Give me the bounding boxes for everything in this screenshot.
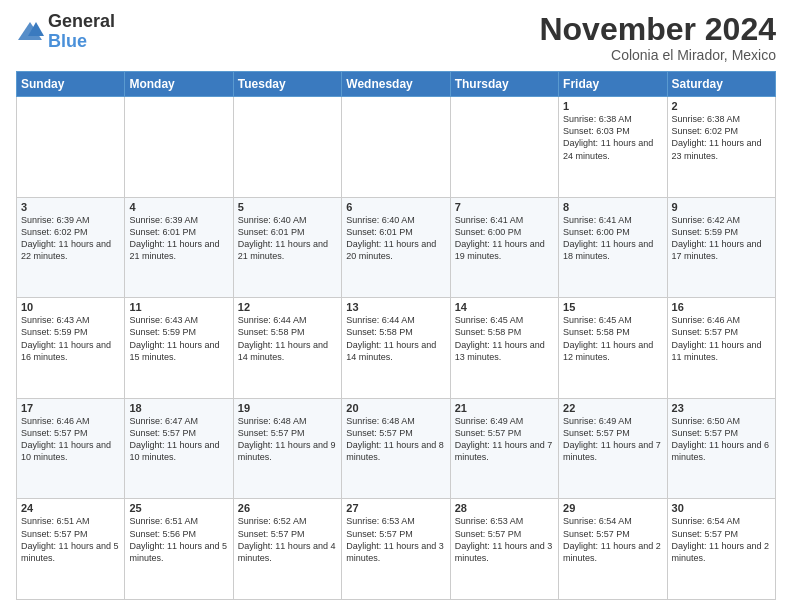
day-number: 26 (238, 502, 337, 514)
day-info: Sunrise: 6:51 AM Sunset: 5:57 PM Dayligh… (21, 515, 120, 564)
day-info: Sunrise: 6:49 AM Sunset: 5:57 PM Dayligh… (563, 415, 662, 464)
calendar-cell-w1-d3 (342, 97, 450, 198)
day-info: Sunrise: 6:46 AM Sunset: 5:57 PM Dayligh… (21, 415, 120, 464)
day-number: 20 (346, 402, 445, 414)
day-info: Sunrise: 6:44 AM Sunset: 5:58 PM Dayligh… (346, 314, 445, 363)
day-info: Sunrise: 6:39 AM Sunset: 6:01 PM Dayligh… (129, 214, 228, 263)
page: General Blue November 2024 Colonia el Mi… (0, 0, 792, 612)
day-info: Sunrise: 6:42 AM Sunset: 5:59 PM Dayligh… (672, 214, 771, 263)
day-number: 10 (21, 301, 120, 313)
calendar-cell-w3-d0: 10Sunrise: 6:43 AM Sunset: 5:59 PM Dayli… (17, 298, 125, 399)
day-info: Sunrise: 6:52 AM Sunset: 5:57 PM Dayligh… (238, 515, 337, 564)
day-number: 21 (455, 402, 554, 414)
day-info: Sunrise: 6:41 AM Sunset: 6:00 PM Dayligh… (455, 214, 554, 263)
day-number: 12 (238, 301, 337, 313)
col-friday: Friday (559, 72, 667, 97)
logo-general-text: General (48, 11, 115, 31)
calendar-week-2: 3Sunrise: 6:39 AM Sunset: 6:02 PM Daylig… (17, 197, 776, 298)
calendar-cell-w4-d2: 19Sunrise: 6:48 AM Sunset: 5:57 PM Dayli… (233, 398, 341, 499)
calendar-cell-w2-d1: 4Sunrise: 6:39 AM Sunset: 6:01 PM Daylig… (125, 197, 233, 298)
calendar-cell-w1-d2 (233, 97, 341, 198)
col-saturday: Saturday (667, 72, 775, 97)
day-number: 30 (672, 502, 771, 514)
calendar-cell-w5-d4: 28Sunrise: 6:53 AM Sunset: 5:57 PM Dayli… (450, 499, 558, 600)
day-info: Sunrise: 6:53 AM Sunset: 5:57 PM Dayligh… (346, 515, 445, 564)
calendar-cell-w4-d3: 20Sunrise: 6:48 AM Sunset: 5:57 PM Dayli… (342, 398, 450, 499)
day-number: 17 (21, 402, 120, 414)
col-monday: Monday (125, 72, 233, 97)
calendar-cell-w3-d1: 11Sunrise: 6:43 AM Sunset: 5:59 PM Dayli… (125, 298, 233, 399)
col-thursday: Thursday (450, 72, 558, 97)
day-info: Sunrise: 6:46 AM Sunset: 5:57 PM Dayligh… (672, 314, 771, 363)
day-number: 6 (346, 201, 445, 213)
day-number: 5 (238, 201, 337, 213)
calendar-header-row: Sunday Monday Tuesday Wednesday Thursday… (17, 72, 776, 97)
day-info: Sunrise: 6:43 AM Sunset: 5:59 PM Dayligh… (129, 314, 228, 363)
calendar-cell-w4-d0: 17Sunrise: 6:46 AM Sunset: 5:57 PM Dayli… (17, 398, 125, 499)
day-number: 4 (129, 201, 228, 213)
day-number: 18 (129, 402, 228, 414)
day-info: Sunrise: 6:44 AM Sunset: 5:58 PM Dayligh… (238, 314, 337, 363)
calendar-cell-w2-d6: 9Sunrise: 6:42 AM Sunset: 5:59 PM Daylig… (667, 197, 775, 298)
calendar-cell-w3-d6: 16Sunrise: 6:46 AM Sunset: 5:57 PM Dayli… (667, 298, 775, 399)
calendar-week-1: 1Sunrise: 6:38 AM Sunset: 6:03 PM Daylig… (17, 97, 776, 198)
day-info: Sunrise: 6:45 AM Sunset: 5:58 PM Dayligh… (455, 314, 554, 363)
calendar-cell-w5-d5: 29Sunrise: 6:54 AM Sunset: 5:57 PM Dayli… (559, 499, 667, 600)
calendar-cell-w4-d5: 22Sunrise: 6:49 AM Sunset: 5:57 PM Dayli… (559, 398, 667, 499)
logo-icon (16, 18, 44, 46)
day-number: 29 (563, 502, 662, 514)
day-number: 7 (455, 201, 554, 213)
day-info: Sunrise: 6:39 AM Sunset: 6:02 PM Dayligh… (21, 214, 120, 263)
calendar-cell-w2-d3: 6Sunrise: 6:40 AM Sunset: 6:01 PM Daylig… (342, 197, 450, 298)
logo-blue-text: Blue (48, 31, 87, 51)
day-number: 28 (455, 502, 554, 514)
col-tuesday: Tuesday (233, 72, 341, 97)
day-info: Sunrise: 6:54 AM Sunset: 5:57 PM Dayligh… (563, 515, 662, 564)
day-info: Sunrise: 6:48 AM Sunset: 5:57 PM Dayligh… (346, 415, 445, 464)
calendar-week-4: 17Sunrise: 6:46 AM Sunset: 5:57 PM Dayli… (17, 398, 776, 499)
day-number: 9 (672, 201, 771, 213)
calendar-cell-w5-d2: 26Sunrise: 6:52 AM Sunset: 5:57 PM Dayli… (233, 499, 341, 600)
day-info: Sunrise: 6:49 AM Sunset: 5:57 PM Dayligh… (455, 415, 554, 464)
day-number: 16 (672, 301, 771, 313)
day-info: Sunrise: 6:40 AM Sunset: 6:01 PM Dayligh… (238, 214, 337, 263)
calendar-cell-w3-d2: 12Sunrise: 6:44 AM Sunset: 5:58 PM Dayli… (233, 298, 341, 399)
calendar-cell-w5-d1: 25Sunrise: 6:51 AM Sunset: 5:56 PM Dayli… (125, 499, 233, 600)
month-title: November 2024 (539, 12, 776, 47)
day-number: 25 (129, 502, 228, 514)
calendar-cell-w2-d5: 8Sunrise: 6:41 AM Sunset: 6:00 PM Daylig… (559, 197, 667, 298)
day-info: Sunrise: 6:53 AM Sunset: 5:57 PM Dayligh… (455, 515, 554, 564)
day-number: 23 (672, 402, 771, 414)
calendar-cell-w3-d4: 14Sunrise: 6:45 AM Sunset: 5:58 PM Dayli… (450, 298, 558, 399)
calendar-cell-w5-d3: 27Sunrise: 6:53 AM Sunset: 5:57 PM Dayli… (342, 499, 450, 600)
logo: General Blue (16, 12, 115, 52)
day-number: 19 (238, 402, 337, 414)
location: Colonia el Mirador, Mexico (539, 47, 776, 63)
calendar-week-5: 24Sunrise: 6:51 AM Sunset: 5:57 PM Dayli… (17, 499, 776, 600)
calendar-cell-w1-d4 (450, 97, 558, 198)
day-info: Sunrise: 6:43 AM Sunset: 5:59 PM Dayligh… (21, 314, 120, 363)
calendar-week-3: 10Sunrise: 6:43 AM Sunset: 5:59 PM Dayli… (17, 298, 776, 399)
calendar-cell-w4-d6: 23Sunrise: 6:50 AM Sunset: 5:57 PM Dayli… (667, 398, 775, 499)
calendar-cell-w3-d5: 15Sunrise: 6:45 AM Sunset: 5:58 PM Dayli… (559, 298, 667, 399)
day-number: 11 (129, 301, 228, 313)
calendar-cell-w3-d3: 13Sunrise: 6:44 AM Sunset: 5:58 PM Dayli… (342, 298, 450, 399)
day-number: 24 (21, 502, 120, 514)
calendar-cell-w2-d0: 3Sunrise: 6:39 AM Sunset: 6:02 PM Daylig… (17, 197, 125, 298)
calendar-cell-w2-d2: 5Sunrise: 6:40 AM Sunset: 6:01 PM Daylig… (233, 197, 341, 298)
day-info: Sunrise: 6:50 AM Sunset: 5:57 PM Dayligh… (672, 415, 771, 464)
col-sunday: Sunday (17, 72, 125, 97)
calendar-table: Sunday Monday Tuesday Wednesday Thursday… (16, 71, 776, 600)
logo-text: General Blue (48, 12, 115, 52)
title-block: November 2024 Colonia el Mirador, Mexico (539, 12, 776, 63)
calendar-cell-w2-d4: 7Sunrise: 6:41 AM Sunset: 6:00 PM Daylig… (450, 197, 558, 298)
day-number: 1 (563, 100, 662, 112)
day-info: Sunrise: 6:51 AM Sunset: 5:56 PM Dayligh… (129, 515, 228, 564)
calendar-cell-w1-d5: 1Sunrise: 6:38 AM Sunset: 6:03 PM Daylig… (559, 97, 667, 198)
day-info: Sunrise: 6:48 AM Sunset: 5:57 PM Dayligh… (238, 415, 337, 464)
calendar-cell-w4-d1: 18Sunrise: 6:47 AM Sunset: 5:57 PM Dayli… (125, 398, 233, 499)
calendar-cell-w1-d6: 2Sunrise: 6:38 AM Sunset: 6:02 PM Daylig… (667, 97, 775, 198)
day-info: Sunrise: 6:38 AM Sunset: 6:03 PM Dayligh… (563, 113, 662, 162)
day-info: Sunrise: 6:47 AM Sunset: 5:57 PM Dayligh… (129, 415, 228, 464)
day-number: 15 (563, 301, 662, 313)
